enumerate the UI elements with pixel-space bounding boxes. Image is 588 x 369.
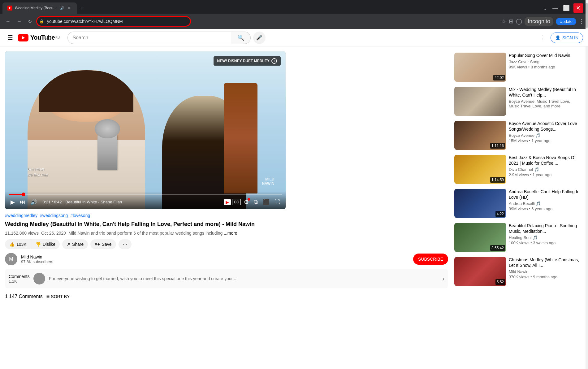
sidebar-video-stats: 99K views • 8 months ago — [509, 65, 582, 69]
sidebar-video-info: Best Jazz & Bossa Nova Songs Of 2021 | M… — [509, 155, 582, 184]
next-button[interactable]: ⏭ — [18, 198, 27, 206]
sidebar-thumb — [454, 87, 506, 116]
sidebar-video-title: Andrea Bocelli - Can't Help Falling In L… — [509, 189, 582, 200]
video-duration: 1:14:59 — [490, 177, 505, 183]
sidebar-video-info: Boyce Avenue Acoustic Cover Love Songs/W… — [509, 121, 582, 150]
controls-right: ▶ CC ⚙ ⧉ ⬛ ⛶ — [224, 198, 282, 207]
chapter-name: Beautiful In White - Shane Filan — [65, 200, 223, 204]
sidebar-video-card[interactable]: 1:14:59 Best Jazz & Bossa Nova Songs Of … — [453, 154, 583, 185]
share-button[interactable]: ↗ Share — [62, 239, 88, 249]
close-button[interactable]: ✕ — [573, 3, 583, 13]
volume-button[interactable]: 🔊 — [28, 198, 39, 207]
minimize-button[interactable]: — — [551, 4, 559, 13]
bookmark-star-icon[interactable]: ☆ — [501, 18, 506, 25]
video-stats-row: 11,162,860 views Oct 26, 2020 Mild Nawin… — [5, 231, 448, 236]
sidebar-video-info: Mix - Wedding Medley (Beautiful In White… — [509, 87, 582, 116]
subtitles-button[interactable]: CC — [232, 199, 240, 205]
sidebar-video-title: Boyce Avenue Acoustic Cover Love Songs/W… — [509, 121, 582, 132]
hashtag-weddingmedley[interactable]: #weddingmedley — [5, 213, 37, 218]
maximize-button[interactable]: ⬜ — [562, 3, 571, 13]
lock-icon: 🔒 — [39, 19, 44, 24]
scrollbar[interactable] — [586, 0, 588, 369]
sidebar-video-card[interactable]: 1:11:16 Boyce Avenue Acoustic Cover Love… — [453, 119, 583, 151]
play-button[interactable]: ▶ — [9, 198, 17, 207]
hashtag-lovesong[interactable]: #lovesong — [70, 213, 90, 218]
theater-button[interactable]: ⬛ — [261, 198, 271, 207]
refresh-button[interactable]: ↻ — [26, 17, 34, 26]
expand-down-icon[interactable]: ⌄ — [542, 3, 549, 13]
sidebar-video-card[interactable]: 4:22 Andrea Bocelli - Can't Help Falling… — [453, 188, 583, 219]
sidebar-video-info: Popular Song Cover Mild Nawin Jazz Cover… — [509, 53, 582, 82]
more-link[interactable]: ...more — [224, 231, 237, 236]
toolbar-right: ☆ ⊞ ◯ Incognito Update ⋮ — [501, 17, 584, 26]
profile-icon[interactable]: ◯ — [516, 18, 522, 25]
hashtag-weddingsong[interactable]: #weddingsong — [40, 213, 68, 218]
disney-info-icon[interactable]: i — [271, 58, 277, 64]
more-actions-button[interactable]: ⋯ — [119, 239, 132, 249]
sort-by-button[interactable]: ≡ SORT BY — [46, 293, 70, 300]
channel-avatar: M — [5, 253, 17, 265]
miniplayer-button[interactable]: ⧉ — [252, 198, 260, 206]
sidebar-channel-name: Diva Channel 🎵 — [509, 167, 582, 172]
subscribe-button[interactable]: SUBSCRIBE — [413, 254, 448, 265]
forward-button[interactable]: → — [15, 17, 24, 25]
tab-audio-icon: 🔊 — [60, 6, 64, 10]
scrollbar-thumb[interactable] — [586, 3, 588, 28]
main-content: But when we first met MILD NAWIN NEW! DI… — [0, 46, 588, 305]
like-dislike-group: 👍 103K 👎 Dislike — [5, 239, 60, 249]
sidebar-video-title: Beautiful Relaxing Piano - Soothing Musi… — [509, 223, 582, 234]
sidebar-video-stats: 100K views • 3 weeks ago — [509, 241, 582, 245]
youtube-logo[interactable]: YouTube RU — [18, 34, 60, 41]
dislike-label: Dislike — [43, 242, 55, 247]
youtube-header: ☰ YouTube RU 🔍 🎤 ⋮ 👤 SIGN IN — [0, 29, 588, 46]
video-thumbnail: But when we first met MILD NAWIN — [5, 51, 286, 209]
sidebar-video-card[interactable]: 5:52 Christmas Medley (White Christmas, … — [453, 256, 583, 287]
publish-date: Oct 26, 2020 — [41, 231, 66, 236]
tab-close-button[interactable]: ✕ — [67, 5, 72, 11]
sidebar-channel-name: Boyce Avenue, Music Travel Love, Music T… — [509, 99, 582, 108]
customize-icon[interactable]: ⊞ — [509, 18, 513, 25]
dislike-button[interactable]: 👎 Dislike — [31, 239, 60, 249]
video-duration: 4:22 — [495, 211, 505, 217]
comments-label: Comments — [9, 274, 30, 279]
fullscreen-button[interactable]: ⛶ — [273, 198, 282, 206]
address-bar[interactable] — [36, 16, 191, 27]
like-button[interactable]: 👍 103K — [5, 239, 31, 249]
voice-search-button[interactable]: 🎤 — [253, 32, 266, 44]
update-more-icon[interactable]: ⋮ — [579, 18, 584, 25]
comments-count: 1.1K — [9, 279, 30, 284]
sidebar-video-title: Mix - Wedding Medley (Beautiful In White… — [509, 87, 582, 98]
channel-name[interactable]: Mild Nawin — [21, 254, 409, 259]
controls-row: ▶ ⏭ 🔊 0:21 / 6:42 Beautiful In White - S… — [9, 198, 282, 207]
video-player[interactable]: But when we first met MILD NAWIN NEW! DI… — [5, 51, 286, 209]
back-button[interactable]: ← — [4, 17, 12, 25]
sidebar-channel-name: Jazz Cover Song — [509, 59, 582, 64]
sidebar: 42:02 Popular Song Cover Mild Nawin Jazz… — [453, 51, 583, 300]
new-tab-button[interactable]: + — [78, 4, 86, 13]
comments-preview[interactable]: Comments 1.1K For everyone wishing to ge… — [5, 269, 448, 288]
sidebar-thumb: 1:11:16 — [454, 121, 506, 150]
update-button[interactable]: Update — [556, 18, 576, 25]
comment-expand-arrow: › — [442, 275, 444, 282]
address-bar-wrapper: 🔒 — [36, 16, 191, 27]
sign-in-button[interactable]: 👤 SIGN IN — [551, 33, 583, 43]
search-input[interactable] — [67, 32, 231, 44]
save-button[interactable]: ≡+ Save — [90, 239, 116, 249]
sidebar-video-card[interactable]: 42:02 Popular Song Cover Mild Nawin Jazz… — [453, 51, 583, 83]
progress-dot — [22, 193, 25, 196]
progress-bar[interactable] — [9, 194, 282, 195]
more-options-button[interactable]: ⋮ — [538, 32, 548, 44]
header-right: ⋮ 👤 SIGN IN — [538, 32, 583, 44]
yt-logo-btn[interactable]: ▶ — [224, 199, 231, 205]
sidebar-video-card[interactable]: 3:55:42 Beautiful Relaxing Piano - Sooth… — [453, 222, 583, 253]
tab-bar: ▶ Wedding Medley (Beautiful ... 🔊 ✕ + ⌄ … — [0, 0, 588, 14]
sign-in-label: SIGN IN — [562, 35, 578, 40]
active-tab[interactable]: ▶ Wedding Medley (Beautiful ... 🔊 ✕ — [2, 2, 77, 14]
sidebar-video-stats: 15M views • 1 year ago — [509, 138, 582, 143]
browser-chrome: ▶ Wedding Medley (Beautiful ... 🔊 ✕ + ⌄ … — [0, 0, 588, 29]
save-icon: ≡+ — [95, 242, 100, 247]
sidebar-video-stats: 99M views • 6 years ago — [509, 206, 582, 211]
hamburger-menu-button[interactable]: ☰ — [5, 32, 15, 44]
sidebar-video-card[interactable]: Mix - Wedding Medley (Beautiful In White… — [453, 85, 583, 117]
search-button[interactable]: 🔍 — [231, 32, 251, 44]
